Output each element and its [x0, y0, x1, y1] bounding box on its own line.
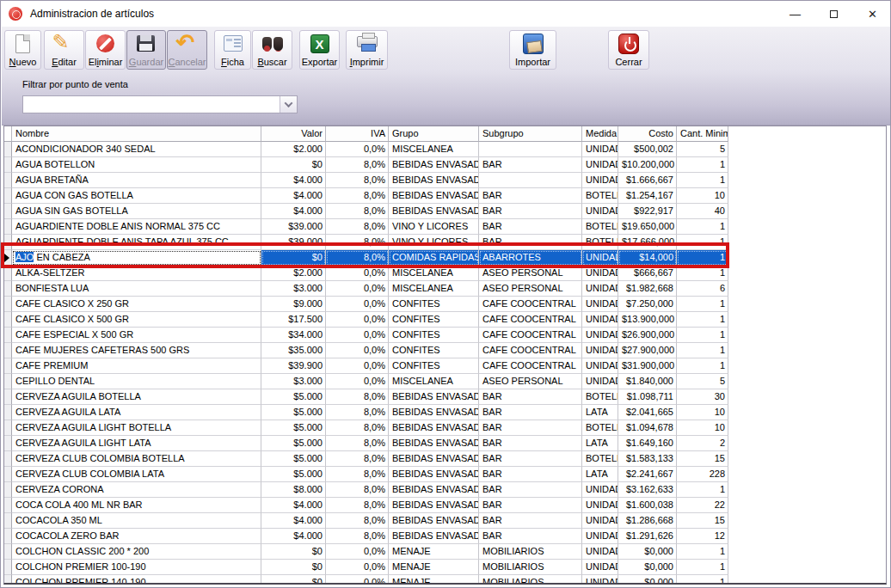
- cell-valor[interactable]: $5.000: [261, 405, 326, 420]
- cell-grupo[interactable]: BEBIDAS ENVASADAS: [389, 420, 479, 436]
- cell-nombre[interactable]: AGUA SIN GAS BOTELLA: [12, 204, 261, 219]
- cell-costo[interactable]: $1.098,711: [618, 389, 677, 405]
- eliminar-button[interactable]: Eliminar: [85, 30, 126, 70]
- cell-nombre[interactable]: COCA COLA 400 ML NR BAR: [12, 498, 261, 513]
- cell-cant[interactable]: 1: [677, 266, 728, 281]
- cell-grupo[interactable]: CONFITES: [389, 328, 479, 343]
- articles-grid[interactable]: NombreValorIVAGrupoSubgrupoMedidaCostoCa…: [3, 126, 887, 585]
- cell-valor[interactable]: $5.000: [261, 451, 326, 467]
- cell-grupo[interactable]: BEBIDAS ENVASADAS: [389, 482, 479, 498]
- cell-valor[interactable]: $39.900: [261, 358, 326, 374]
- cell-cant[interactable]: 1: [677, 250, 728, 266]
- cell-nombre[interactable]: AGUA CON GAS BOTELLA: [12, 188, 261, 204]
- cell-subgrupo[interactable]: BAR: [479, 405, 582, 420]
- cell-iva[interactable]: 0,0%: [326, 281, 389, 297]
- cell-medida[interactable]: UNIDAD: [582, 312, 618, 328]
- cell-nombre[interactable]: CAFE CLASICO X 500 GR: [12, 312, 261, 328]
- cell-costo[interactable]: $1.254,167: [618, 188, 677, 204]
- cell-valor[interactable]: $39.000: [261, 235, 326, 250]
- cell-cant[interactable]: 22: [677, 498, 728, 513]
- cell-valor[interactable]: $2.000: [261, 266, 326, 281]
- cell-costo[interactable]: $17.666,000: [618, 235, 677, 250]
- cell-subgrupo[interactable]: BAR: [479, 513, 582, 529]
- cell-medida[interactable]: UNIDAD: [582, 297, 618, 312]
- cell-costo[interactable]: $1.094,678: [618, 420, 677, 436]
- cell-costo[interactable]: $13.900,000: [618, 312, 677, 328]
- cell-cant[interactable]: 10: [677, 405, 728, 420]
- cell-nombre[interactable]: CAFE PREMIUM: [12, 358, 261, 374]
- cell-iva[interactable]: 8,0%: [326, 173, 389, 188]
- cell-grupo[interactable]: CONFITES: [389, 358, 479, 374]
- cell-cant[interactable]: 1: [677, 544, 728, 560]
- cell-iva[interactable]: 0,0%: [326, 544, 389, 560]
- cell-subgrupo[interactable]: CAFE COOCENTRAL: [479, 328, 582, 343]
- cell-subgrupo[interactable]: MOBILIARIOS: [479, 544, 582, 560]
- cell-cant[interactable]: 1: [677, 173, 728, 188]
- minimize-button[interactable]: —: [776, 1, 814, 27]
- cell-medida[interactable]: BOTELLA: [582, 188, 618, 204]
- cell-medida[interactable]: UNIDAD: [582, 142, 618, 157]
- cell-cant[interactable]: 1: [677, 328, 728, 343]
- column-header-subgrupo[interactable]: Subgrupo: [479, 126, 582, 142]
- cell-grupo[interactable]: BEBIDAS ENVASADAS: [389, 157, 479, 173]
- cell-medida[interactable]: BOTELLA: [582, 235, 618, 250]
- cell-costo[interactable]: $1.666,667: [618, 173, 677, 188]
- cell-iva[interactable]: 0,0%: [326, 266, 389, 281]
- cell-costo[interactable]: $1.840,000: [618, 374, 677, 389]
- imprimir-button[interactable]: Imprimir: [346, 30, 388, 70]
- cell-cant[interactable]: 1: [677, 219, 728, 235]
- cell-grupo[interactable]: MENAJE: [389, 560, 479, 575]
- cell-valor[interactable]: $5.000: [261, 467, 326, 482]
- cell-valor[interactable]: $35.000: [261, 343, 326, 358]
- table-row-selected[interactable]: AJO EN CABEZA$08,0%COMIDAS RAPIDASABARRO…: [4, 250, 886, 266]
- cell-cant[interactable]: 1: [677, 297, 728, 312]
- cell-iva[interactable]: 0,0%: [326, 374, 389, 389]
- cell-cant[interactable]: 228: [677, 467, 728, 482]
- table-row[interactable]: COCA COLA 400 ML NR BAR$4.0008,0%BEBIDAS…: [4, 498, 886, 513]
- cell-valor[interactable]: $0: [261, 560, 326, 575]
- cell-cant[interactable]: 15: [677, 513, 728, 529]
- cell-cant[interactable]: 10: [677, 420, 728, 436]
- table-row[interactable]: CERVEZA CLUB COLOMBIA LATA$5.0008,0%BEBI…: [4, 467, 886, 482]
- cell-nombre[interactable]: CAFE MUJERES CAFETERAS 500 GRS: [12, 343, 261, 358]
- table-row[interactable]: CERVEZA AGUILA BOTELLA$5.0008,0%BEBIDAS …: [4, 389, 886, 405]
- cell-iva[interactable]: 8,0%: [326, 250, 389, 266]
- cell-iva[interactable]: 8,0%: [326, 219, 389, 235]
- cell-medida[interactable]: LATA: [582, 467, 618, 482]
- cell-medida[interactable]: UNIDAD: [582, 374, 618, 389]
- table-row[interactable]: AGUA BOTELLON$08,0%BEBIDAS ENVASADASBARU…: [4, 157, 886, 173]
- table-row[interactable]: AGUA CON GAS BOTELLA$4.0008,0%BEBIDAS EN…: [4, 188, 886, 204]
- table-row[interactable]: CAFE CLASICO X 250 GR$9.0000,0%CONFITESC…: [4, 297, 886, 312]
- cell-grupo[interactable]: MISCELANEA: [389, 374, 479, 389]
- cell-grupo[interactable]: CONFITES: [389, 343, 479, 358]
- cell-cant[interactable]: 10: [677, 188, 728, 204]
- filter-pos-combobox[interactable]: [22, 95, 298, 113]
- table-row[interactable]: CERVEZA AGUILA LIGHT LATA$5.0008,0%BEBID…: [4, 436, 886, 451]
- cell-valor[interactable]: $4.000: [261, 498, 326, 513]
- table-row[interactable]: CERVEZA AGUILA LIGHT BOTELLA$5.0008,0%BE…: [4, 420, 886, 436]
- cell-valor[interactable]: $4.000: [261, 188, 326, 204]
- cell-iva[interactable]: 8,0%: [326, 513, 389, 529]
- cell-grupo[interactable]: COMIDAS RAPIDAS: [389, 250, 479, 266]
- cell-valor[interactable]: $4.000: [261, 513, 326, 529]
- cell-iva[interactable]: 8,0%: [326, 204, 389, 219]
- cell-subgrupo[interactable]: BAR: [479, 467, 582, 482]
- cell-valor[interactable]: $4.000: [261, 529, 326, 544]
- cell-subgrupo[interactable]: CAFE COOCENTRAL: [479, 358, 582, 374]
- cell-nombre[interactable]: AGUARDIENTE DOBLE ANIS TAPA AZUL 375 CC: [12, 235, 261, 250]
- cell-cant[interactable]: 1: [677, 575, 728, 585]
- cell-subgrupo[interactable]: BAR: [479, 157, 582, 173]
- cell-nombre[interactable]: COCACOLA ZERO BAR: [12, 529, 261, 544]
- cell-costo[interactable]: $3.162,633: [618, 482, 677, 498]
- cell-nombre[interactable]: COCACOLA 350 ML: [12, 513, 261, 529]
- cell-costo[interactable]: $27.900,000: [618, 343, 677, 358]
- cell-valor[interactable]: $3.000: [261, 374, 326, 389]
- cell-valor[interactable]: $0: [261, 157, 326, 173]
- cell-iva[interactable]: 0,0%: [326, 575, 389, 585]
- cell-grupo[interactable]: BEBIDAS ENVASADAS: [389, 513, 479, 529]
- cell-nombre[interactable]: ACONDICIONADOR 340 SEDAL: [12, 142, 261, 157]
- cell-costo[interactable]: $500,002: [618, 142, 677, 157]
- cell-medida[interactable]: UNIDAD: [582, 575, 618, 585]
- cerrar-button[interactable]: Cerrar: [608, 30, 649, 70]
- editar-button[interactable]: ✎Editar: [44, 30, 84, 70]
